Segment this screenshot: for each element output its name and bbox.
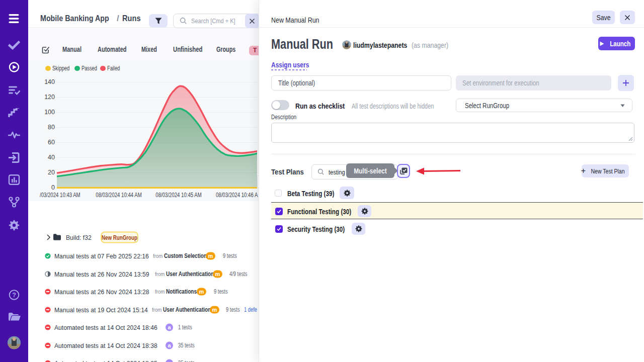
svg-text:?: ? — [12, 292, 16, 299]
